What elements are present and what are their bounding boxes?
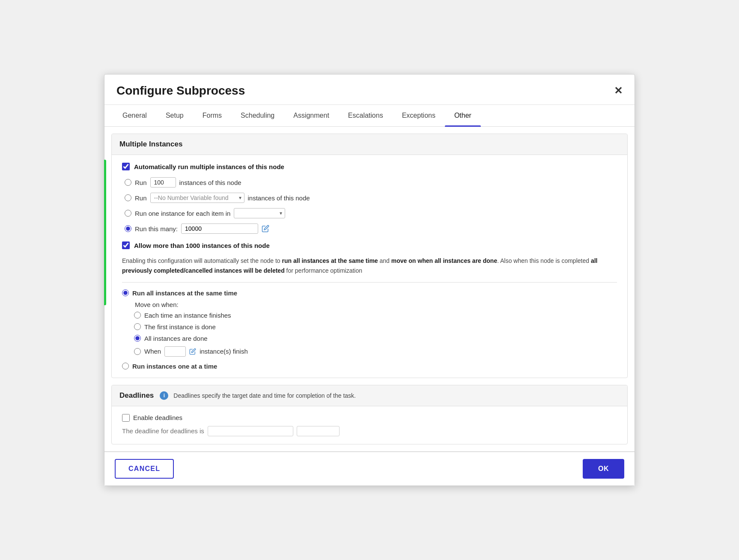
deadlines-section: Deadlines i Deadlines specify the target… <box>111 385 628 444</box>
deadlines-body: Enable deadlines The deadline for deadli… <box>112 406 627 444</box>
deadlines-header: Deadlines i Deadlines specify the target… <box>112 385 627 406</box>
run-one-row: Run instances one at a time <box>122 363 617 370</box>
multiple-instances-section: Multiple Instances Automatically run mul… <box>111 134 628 378</box>
info-text-1: Enabling this configuration will automat… <box>122 257 282 264</box>
deadline-input-1[interactable] <box>208 426 293 436</box>
run-one-radio[interactable] <box>122 363 129 369</box>
auto-run-row: Automatically run multiple instances of … <box>122 163 617 170</box>
run-count-radio[interactable] <box>125 179 131 186</box>
run-variable-radio[interactable] <box>125 194 131 201</box>
allow-more-info: Enabling this configuration will automat… <box>122 256 617 275</box>
info-text-2: and <box>378 257 391 264</box>
deadlines-title: Deadlines <box>119 391 154 400</box>
tab-forms[interactable]: Forms <box>193 105 231 126</box>
instance-count-radio-group: Run instances of this node Run --No Numb… <box>125 177 617 234</box>
instances-finish-label: instance(s) finish <box>200 348 248 355</box>
run-count-input[interactable] <box>150 177 176 188</box>
configure-subprocess-dialog: Configure Subprocess ✕ General Setup For… <box>104 74 635 486</box>
info-icon: i <box>160 391 168 400</box>
run-each-label[interactable]: Run one instance for each item in <box>135 210 230 217</box>
enable-deadlines-label[interactable]: Enable deadlines <box>133 414 182 421</box>
tab-exceptions[interactable]: Exceptions <box>393 105 445 126</box>
deadlines-hint: Deadlines specify the target date and ti… <box>173 392 356 399</box>
each-time-label[interactable]: Each time an instance finishes <box>144 312 231 319</box>
multiple-instances-title: Multiple Instances <box>119 140 182 149</box>
info-text-4: for performance optimization <box>285 267 362 274</box>
deadline-input-2[interactable] <box>297 426 340 436</box>
each-time-row: Each time an instance finishes <box>134 312 617 319</box>
dialog-header: Configure Subprocess ✕ <box>104 74 635 105</box>
when-row: When instance(s) finish <box>134 346 617 357</box>
each-item-select[interactable] <box>234 208 285 218</box>
run-many-radio[interactable] <box>125 225 131 232</box>
run-all-row: Run all instances at the same time <box>122 289 617 297</box>
tab-escalations[interactable]: Escalations <box>339 105 393 126</box>
move-on-label: Move on when: <box>135 301 617 308</box>
variable-dropdown-wrapper: --No Number Variable found <box>150 193 244 203</box>
run-each-radio[interactable] <box>125 210 131 217</box>
info-bold-1: run all instances at the same time <box>282 257 378 264</box>
close-button[interactable]: ✕ <box>614 86 623 96</box>
when-input[interactable] <box>164 346 186 357</box>
tabs-bar: General Setup Forms Scheduling Assignmen… <box>104 105 635 127</box>
allow-more-label[interactable]: Allow more than 1000 instances of this n… <box>134 242 270 249</box>
when-edit-icon[interactable] <box>189 348 196 355</box>
run-many-row: Run this many: <box>125 223 617 234</box>
dialog-body: Multiple Instances Automatically run mul… <box>104 127 635 451</box>
run-many-edit-icon[interactable] <box>262 225 269 232</box>
deadline-truncated-label: The deadline for deadlines is <box>122 427 204 435</box>
run-many-input[interactable] <box>181 223 258 234</box>
multiple-instances-body: Automatically run multiple instances of … <box>112 155 627 378</box>
first-instance-row: The first instance is done <box>134 323 617 331</box>
auto-run-label[interactable]: Automatically run multiple instances of … <box>134 163 284 170</box>
run-variable-row: Run --No Number Variable found instances… <box>125 193 617 203</box>
when-radio[interactable] <box>134 348 141 355</box>
tab-general[interactable]: General <box>113 105 156 126</box>
info-bold-2: move on when all instances are done <box>391 257 497 264</box>
all-instances-label[interactable]: All instances are done <box>144 335 208 342</box>
run-all-label[interactable]: Run all instances at the same time <box>132 289 237 297</box>
tab-assignment[interactable]: Assignment <box>284 105 339 126</box>
info-text-3: . Also when this node is completed <box>497 257 591 264</box>
dialog-title: Configure Subprocess <box>116 84 245 98</box>
each-time-radio[interactable] <box>134 312 141 319</box>
ok-button[interactable]: OK <box>583 459 624 479</box>
allow-more-checkbox[interactable] <box>122 241 130 249</box>
enable-deadlines-row: Enable deadlines <box>122 414 617 422</box>
divider <box>122 282 617 283</box>
when-label[interactable]: When <box>144 348 161 355</box>
run-count-row: Run instances of this node <box>125 177 617 188</box>
enable-deadlines-checkbox[interactable] <box>122 414 130 422</box>
move-on-radio-group: Each time an instance finishes The first… <box>134 312 617 357</box>
allow-more-row: Allow more than 1000 instances of this n… <box>122 241 617 249</box>
cancel-button[interactable]: CANCEL <box>115 459 174 479</box>
run-many-label[interactable]: Run this many: <box>135 225 178 232</box>
all-instances-radio[interactable] <box>134 335 141 342</box>
each-item-select-wrapper <box>234 208 285 218</box>
all-instances-row: All instances are done <box>134 335 617 342</box>
run-all-radio[interactable] <box>122 289 129 296</box>
dialog-footer: CANCEL OK <box>104 451 635 486</box>
deadline-truncated-row: The deadline for deadlines is <box>122 426 617 436</box>
tab-setup[interactable]: Setup <box>156 105 193 126</box>
auto-run-checkbox[interactable] <box>122 163 130 170</box>
run-each-row: Run one instance for each item in <box>125 208 617 218</box>
first-instance-radio[interactable] <box>134 323 141 330</box>
run-count-suffix: instances of this node <box>179 179 241 186</box>
multiple-instances-header: Multiple Instances <box>112 134 627 155</box>
run-one-label[interactable]: Run instances one at a time <box>132 363 217 370</box>
variable-dropdown[interactable]: --No Number Variable found <box>150 193 244 203</box>
run-variable-suffix: instances of this node <box>248 194 310 202</box>
tab-scheduling[interactable]: Scheduling <box>231 105 284 126</box>
first-instance-label[interactable]: The first instance is done <box>144 323 216 331</box>
tab-other[interactable]: Other <box>445 105 481 126</box>
